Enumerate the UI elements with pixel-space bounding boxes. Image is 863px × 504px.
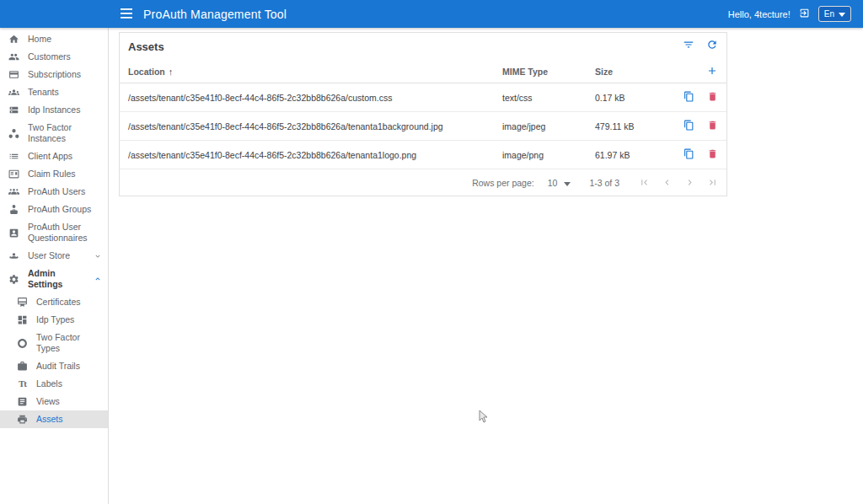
list-icon: [8, 151, 19, 162]
assets-toolbar: Assets: [120, 33, 726, 60]
copy-asset-button[interactable]: [683, 149, 694, 160]
grid-icon: [17, 314, 28, 325]
trash-icon: [707, 91, 718, 104]
storage-icon: [8, 105, 19, 115]
cell-location: /assets/tenant/c35e41f0-8ecf-44c4-86f5-2…: [128, 121, 502, 131]
chevron-up-icon: [93, 274, 103, 284]
cell-size: 0.17 kB: [595, 93, 673, 103]
rows-per-page-label: Rows per page:: [472, 178, 534, 188]
sidebar-item-idp-types[interactable]: Idp Types: [0, 311, 108, 329]
logout-icon: [799, 7, 810, 22]
column-header-location[interactable]: Location ↑: [128, 67, 502, 77]
delete-asset-button[interactable]: [707, 149, 718, 160]
cell-size: 479.11 kB: [595, 121, 673, 131]
copy-asset-button[interactable]: [683, 92, 694, 103]
hamburger-icon: [121, 7, 132, 22]
logout-button[interactable]: [798, 8, 811, 20]
copy-icon: [683, 148, 694, 161]
home-icon: [8, 34, 19, 45]
column-header-mime-type[interactable]: MIME Type: [502, 67, 595, 77]
sidebar-item-audit-trails[interactable]: Audit Trails: [0, 357, 108, 375]
sidebar-item-customers[interactable]: Customers: [0, 48, 108, 66]
page-title: Assets: [128, 40, 164, 53]
sidebar-item-two-factor-types[interactable]: Two Factor Types: [0, 329, 108, 357]
certificate-icon: [17, 297, 28, 308]
users-icon: [8, 186, 19, 197]
previous-page-button[interactable]: [661, 177, 673, 189]
admin-settings-icon: [8, 274, 19, 285]
cell-mime-type: text/css: [502, 93, 595, 103]
filter-button[interactable]: [682, 40, 694, 53]
table-row: /assets/tenant/c35e41f0-8ecf-44c4-86f5-2…: [120, 83, 726, 112]
assets-card: Assets Location ↑ MIME Type Size: [119, 32, 727, 196]
rows-per-page-value: 10: [548, 178, 558, 188]
user-greeting: Hello, 4tecture!: [728, 9, 791, 19]
briefcase-icon: [17, 361, 28, 372]
user-store-icon: [8, 250, 19, 261]
plus-icon: [706, 65, 718, 78]
sidebar-item-user-store[interactable]: User Store: [0, 247, 108, 265]
delete-asset-button[interactable]: [707, 121, 718, 131]
labels-icon: Tt: [17, 378, 28, 389]
cell-mime-type: image/jpeg: [502, 121, 595, 131]
sidebar-item-labels[interactable]: Tt Labels: [0, 375, 108, 393]
last-page-button[interactable]: [706, 177, 718, 189]
views-icon: [17, 396, 28, 407]
table-header: Location ↑ MIME Type Size: [120, 60, 726, 83]
people-icon: [8, 51, 19, 62]
caret-down-icon: [564, 178, 571, 188]
sidebar-item-assets[interactable]: Assets: [0, 410, 108, 428]
sidebar-item-claim-rules[interactable]: Claim Rules: [0, 165, 108, 183]
table-row: /assets/tenant/c35e41f0-8ecf-44c4-86f5-2…: [120, 141, 726, 169]
sidebar-item-idp-instances[interactable]: Idp Instances: [0, 101, 108, 119]
language-select-value: En: [824, 9, 834, 19]
sidebar-item-proauth-user-questionnaires[interactable]: ProAuth User Questionnaires: [0, 218, 108, 247]
assets-icon: [17, 414, 28, 425]
topbar: ProAuth Management Tool Hello, 4tecture!…: [0, 0, 863, 28]
trash-icon: [707, 148, 718, 161]
page-range-label: 1-3 of 3: [589, 178, 619, 188]
trash-icon: [707, 120, 718, 132]
refresh-icon: [706, 39, 718, 54]
contact-book-icon: [8, 228, 19, 239]
sidebar-item-client-apps[interactable]: Client Apps: [0, 147, 108, 165]
rows-per-page-select[interactable]: 10: [548, 178, 571, 188]
menu-button[interactable]: [120, 8, 133, 21]
sidebar-item-home[interactable]: Home: [0, 30, 108, 48]
card-icon: [8, 69, 19, 80]
cell-size: 61.97 kB: [595, 150, 673, 160]
groups-icon: [8, 87, 19, 98]
sidebar-item-certificates[interactable]: Certificates: [0, 293, 108, 311]
cell-location: /assets/tenant/c35e41f0-8ecf-44c4-86f5-2…: [128, 93, 502, 103]
sidebar-item-proauth-users[interactable]: ProAuth Users: [0, 183, 108, 201]
chevron-down-icon: [93, 251, 103, 261]
copy-icon: [683, 120, 694, 132]
delete-asset-button[interactable]: [707, 92, 718, 103]
paginator: Rows per page: 10 1-3 of 3: [120, 169, 726, 196]
filter-list-icon: [683, 39, 694, 54]
sidebar: Home Customers Subscriptions Tenants Idp…: [0, 28, 109, 504]
cluster-icon: [8, 128, 19, 139]
sidebar-item-subscriptions[interactable]: Subscriptions: [0, 66, 108, 83]
sidebar-item-admin-settings[interactable]: Admin Settings: [0, 265, 108, 293]
sort-asc-icon: ↑: [169, 67, 174, 77]
column-header-size[interactable]: Size: [595, 67, 673, 77]
main-content: Assets Location ↑ MIME Type Size: [110, 28, 863, 504]
add-asset-button[interactable]: [705, 65, 718, 78]
copy-asset-button[interactable]: [683, 121, 694, 131]
app-title: ProAuth Management Tool: [143, 8, 287, 21]
sidebar-item-tenants[interactable]: Tenants: [0, 83, 108, 101]
first-page-button[interactable]: [638, 177, 650, 189]
rule-icon: [8, 169, 19, 180]
sidebar-item-views[interactable]: Views: [0, 393, 108, 410]
language-select[interactable]: En: [818, 6, 851, 22]
refresh-button[interactable]: [705, 40, 718, 53]
group-icon: [8, 204, 19, 215]
sidebar-item-two-factor-instances[interactable]: Two Factor Instances: [0, 119, 108, 147]
table-row: /assets/tenant/c35e41f0-8ecf-44c4-86f5-2…: [120, 112, 726, 141]
two-factor-icon: [17, 338, 28, 349]
caret-down-icon: [839, 9, 845, 19]
cell-mime-type: image/png: [502, 150, 595, 160]
next-page-button[interactable]: [683, 177, 695, 189]
sidebar-item-proauth-groups[interactable]: ProAuth Groups: [0, 201, 108, 218]
